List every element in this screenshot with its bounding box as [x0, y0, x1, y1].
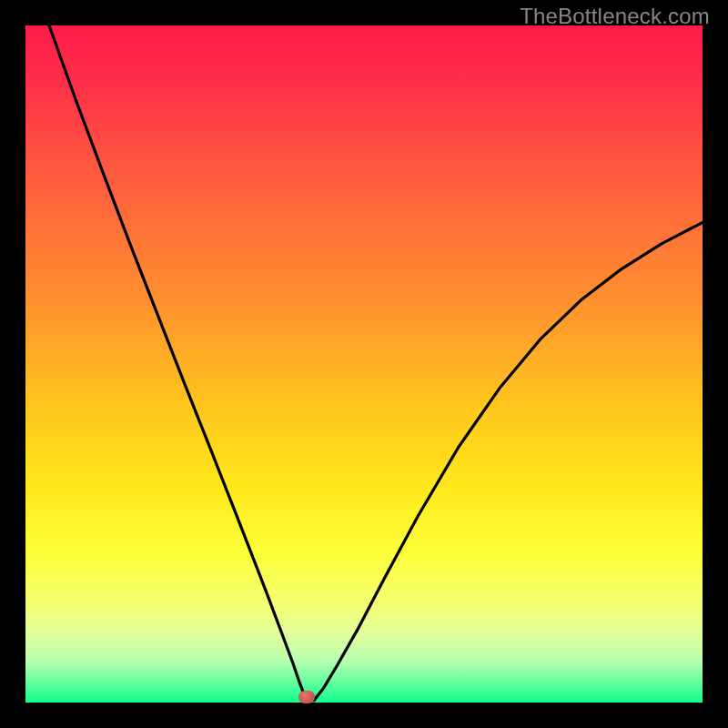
curve-right-branch	[314, 223, 703, 701]
curve-left-branch	[49, 25, 307, 701]
bottleneck-curve	[25, 25, 703, 703]
chart-frame: TheBottleneck.com	[0, 0, 728, 728]
min-marker	[298, 691, 315, 703]
watermark-text: TheBottleneck.com	[520, 4, 710, 29]
plot-area	[25, 25, 703, 703]
